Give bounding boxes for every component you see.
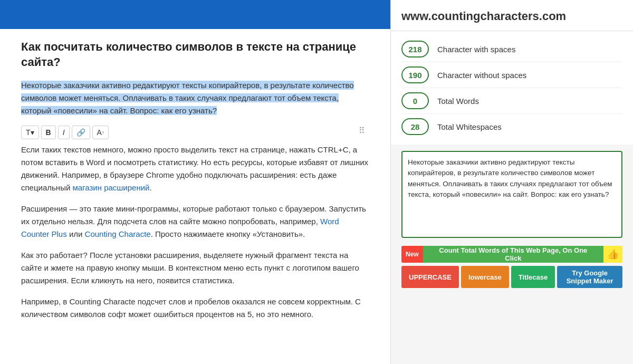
lowercase-button[interactable]: lowercase [461,266,509,288]
paragraph-4: Как это работает? После установки расшир… [21,249,369,287]
stat-badge-3: 28 [401,118,429,135]
link-button[interactable]: 🔗 [72,126,90,139]
counting-characte-link[interactable]: Counting Characte [85,229,151,238]
textarea-section[interactable] [391,145,633,246]
font-size-button[interactable]: A ↑ [92,126,109,139]
italic-button[interactable]: I [58,126,70,139]
stat-badge-1: 190 [401,66,429,83]
stat-label-1: Character without spaces [437,71,526,80]
paragraph-2-end: . [149,183,151,192]
paragraph-1: Некоторые заказчики активно редактируют … [21,79,369,117]
stat-row: 190 Character without spaces [401,62,622,88]
stat-label-2: Total Words [437,97,479,106]
blue-bar [0,0,390,29]
count-words-button[interactable]: Count Total Words of This Web Page, On O… [423,246,603,263]
stat-badge-2: 0 [401,92,429,109]
link-icon: 🔗 [76,128,85,137]
paragraph-5: Например, в Counting Characte подсчет сл… [21,295,369,321]
paragraph-3-end: . Просто нажимаете кнопку «Установить». [151,229,305,238]
t-label: T [26,128,31,137]
paragraph-5-text: Например, в Counting Characte подсчет сл… [21,297,361,319]
stat-row: 0 Total Words [401,88,622,114]
dropdown-arrow: ▾ [31,128,34,137]
text-style-dropdown[interactable]: T ▾ [21,126,39,139]
uppercase-button[interactable]: UPPERCASE [401,266,459,288]
paragraph-2: Если таких текстов немного, можно просто… [21,143,369,194]
stat-badge-0: 218 [401,41,429,58]
highlighted-paragraph: Некоторые заказчики активно редактируют … [21,81,354,115]
snippet-button[interactable]: Try Google Snippet Maker [557,266,622,288]
character-textarea[interactable] [401,151,622,238]
drag-handle: ⠿ [359,126,365,136]
paragraph-3-start: Расширения — это такие мини-программы, к… [21,204,366,226]
content-area: Как посчитать количество символов в текс… [0,29,390,364]
new-badge: New [401,246,423,263]
article-title: Как посчитать количество символов в текс… [21,40,369,70]
left-panel: Как посчитать количество символов в текс… [0,0,390,364]
stat-row: 218 Character with spaces [401,36,622,62]
stat-row: 28 Total Whitespaces [401,114,622,139]
font-sup: ↑ [102,130,104,135]
stat-label-3: Total Whitespaces [437,122,502,131]
font-label: A [97,128,102,137]
thumb-button[interactable]: 👍 [603,246,622,263]
paragraph-3: Расширения — это такие мини-программы, к… [21,203,369,241]
site-title: www.countingcharacters.com [401,9,622,23]
case-buttons-row: UPPERCASE lowercase Titlecase Try Google… [401,266,622,288]
toolbar-row: T ▾ B I 🔗 A ↑ ⠿ [21,126,369,139]
count-words-row: New Count Total Words of This Web Page, … [401,246,622,263]
shop-link[interactable]: магазин расширений [72,183,149,192]
paragraph-3-mid: или [67,229,85,238]
titlecase-button[interactable]: Titlecase [511,266,555,288]
paragraph-4-text: Как это работает? После установки расшир… [21,251,359,285]
right-panel: www.countingcharacters.com 218 Character… [390,0,633,364]
bold-button[interactable]: B [41,126,56,139]
stats-section: 218 Character with spaces 190 Character … [391,31,633,145]
thumb-icon: 👍 [607,248,619,260]
stat-label-0: Character with spaces [437,45,515,54]
right-header: www.countingcharacters.com [391,0,633,31]
buttons-section: New Count Total Words of This Web Page, … [391,246,633,294]
